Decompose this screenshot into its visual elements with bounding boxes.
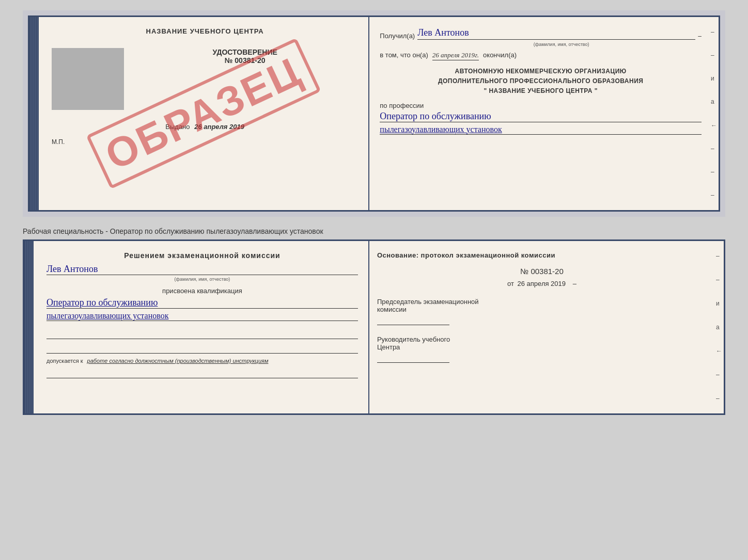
rukovoditel-line2: Центра	[377, 343, 707, 351]
profession-line2: пылегазоулавливающих установок	[380, 125, 702, 135]
okonchil-label: окончил(а)	[483, 51, 517, 59]
resheniem-label: Решением экзаменационной комиссии	[46, 251, 358, 260]
empty-line-3	[46, 368, 358, 378]
org-line3: " НАЗВАНИЕ УЧЕБНОГО ЦЕНТРА "	[380, 86, 702, 96]
cert-right-panel: Получил(а) Лев Антонов – (фамилия, имя, …	[369, 17, 709, 210]
training-center-title: НАЗВАНИЕ УЧЕБНОГО ЦЕНТРА	[52, 27, 358, 35]
side-ann-4: а	[711, 98, 717, 105]
side-annotations-top: – – и а ← – – –	[709, 17, 719, 210]
recipient-name: Лев Антонов	[417, 27, 695, 40]
protocol-date-value: 26 апреля 2019	[518, 280, 566, 287]
vtom-line: в том, что он(а) 26 апреля 2019г. окончи…	[380, 51, 702, 60]
side-ann-2: –	[711, 52, 717, 59]
side-ann-b6: –	[716, 371, 722, 378]
top-certificate-container: НАЗВАНИЕ УЧЕБНОГО ЦЕНТРА УДОСТОВЕРЕНИЕ №…	[23, 10, 725, 217]
predsedatel-line2: комиссии	[377, 306, 707, 313]
working-specialty-label: Рабочая специальность - Оператор по обсл…	[23, 223, 725, 239]
side-ann-b5: ←	[716, 347, 722, 355]
document-type-label: УДОСТОВЕРЕНИЕ	[132, 48, 358, 56]
dash-right: –	[698, 33, 702, 40]
cert-spine-top	[29, 17, 39, 210]
cert-number: № 00381-20	[132, 56, 358, 65]
predsedatel-line1: Председатель экзаменационной	[377, 298, 707, 306]
side-ann-1: –	[711, 28, 717, 36]
empty-line-1	[46, 329, 358, 339]
org-line1: АВТОНОМНУЮ НЕКОММЕРЧЕСКУЮ ОРГАНИЗАЦИЮ	[380, 67, 702, 76]
vydano-date: 26 апреля 2019	[194, 123, 244, 131]
mp-label: М.П.	[52, 138, 358, 146]
fio-label-top: (фамилия, имя, отчество)	[421, 42, 702, 47]
poluchil-line: Получил(а) Лев Антонов –	[380, 27, 702, 40]
working-specialty-text: Рабочая специальность - Оператор по обсл…	[23, 227, 323, 235]
cert-right-wrapper: Получил(а) Лев Антонов – (фамилия, имя, …	[369, 17, 719, 210]
rukovoditel-signature	[377, 354, 449, 363]
predsedatel-signature	[377, 316, 449, 325]
side-annotations-bottom: – – и а ← – –	[714, 241, 724, 413]
qualification-line2: пылегазоулавливающих установок	[46, 311, 358, 321]
dopuskaetsya-prefix: допускается к	[46, 358, 83, 364]
predsedatel-block: Председатель экзаменационной комиссии	[377, 298, 707, 325]
rukovoditel-block: Руководитель учебного Центра	[377, 335, 707, 363]
side-ann-7: –	[711, 168, 717, 175]
vtom-prefix: в том, что он(а)	[380, 51, 428, 59]
bottom-recipient-name: Лев Антонов	[46, 264, 358, 275]
vydano-label: Выдано	[165, 123, 190, 131]
photo-placeholder	[52, 48, 124, 110]
bottom-right-wrapper: Основание: протокол экзаменационной коми…	[369, 241, 724, 413]
bottom-fio-label: (фамилия, имя, отчество)	[46, 277, 358, 282]
bottom-left-panel: Решением экзаменационной комиссии Лев Ан…	[34, 241, 369, 413]
protocol-date: от 26 апреля 2019 –	[377, 280, 707, 287]
vydano-line: Выдано 26 апреля 2019	[52, 123, 358, 131]
po-professii-label: по профессии	[380, 102, 702, 109]
side-ann-b7: –	[716, 395, 722, 402]
protocol-date-dash: –	[573, 280, 576, 287]
poluchil-prefix: Получил(а)	[380, 32, 415, 40]
protocol-date-prefix: от	[507, 280, 514, 287]
bottom-right-panel: Основание: протокол экзаменационной коми…	[369, 241, 714, 413]
osnovanie-label: Основание: протокол экзаменационной коми…	[377, 251, 707, 259]
protocol-number: № 00381-20	[377, 267, 707, 276]
prisvoena-label: присвоена квалификация	[46, 287, 358, 295]
side-ann-6: –	[711, 145, 717, 152]
side-ann-b2: –	[716, 276, 722, 283]
dopuskaetsya-block: допускается к работе согласно должностны…	[46, 358, 358, 364]
org-line2: ДОПОЛНИТЕЛЬНОГО ПРОФЕССИОНАЛЬНОГО ОБРАЗО…	[380, 76, 702, 86]
qualification-line1: Оператор по обслуживанию	[46, 297, 358, 309]
bottom-certificate-book: Решением экзаменационной комиссии Лев Ан…	[23, 239, 725, 415]
side-ann-b3: и	[716, 300, 722, 307]
org-block: АВТОНОМНУЮ НЕКОММЕРЧЕСКУЮ ОРГАНИЗАЦИЮ ДО…	[380, 67, 702, 97]
top-certificate-book: НАЗВАНИЕ УЧЕБНОГО ЦЕНТРА УДОСТОВЕРЕНИЕ №…	[28, 15, 720, 212]
side-ann-b1: –	[716, 252, 722, 260]
empty-line-2	[46, 343, 358, 354]
completion-date: 26 апреля 2019г.	[432, 51, 479, 60]
side-ann-5: ←	[711, 122, 717, 129]
rukovoditel-line1: Руководитель учебного	[377, 335, 707, 343]
cert-left-panel: НАЗВАНИЕ УЧЕБНОГО ЦЕНТРА УДОСТОВЕРЕНИЕ №…	[39, 17, 369, 210]
side-ann-3: и	[711, 75, 717, 82]
cert-spine-bottom	[24, 241, 34, 413]
side-ann-8: –	[711, 191, 717, 199]
side-ann-b4: а	[716, 324, 722, 331]
profession-line1: Оператор по обслуживанию	[380, 111, 702, 122]
dopuskaetsya-text-italic: работе согласно должностным (производств…	[87, 358, 269, 364]
